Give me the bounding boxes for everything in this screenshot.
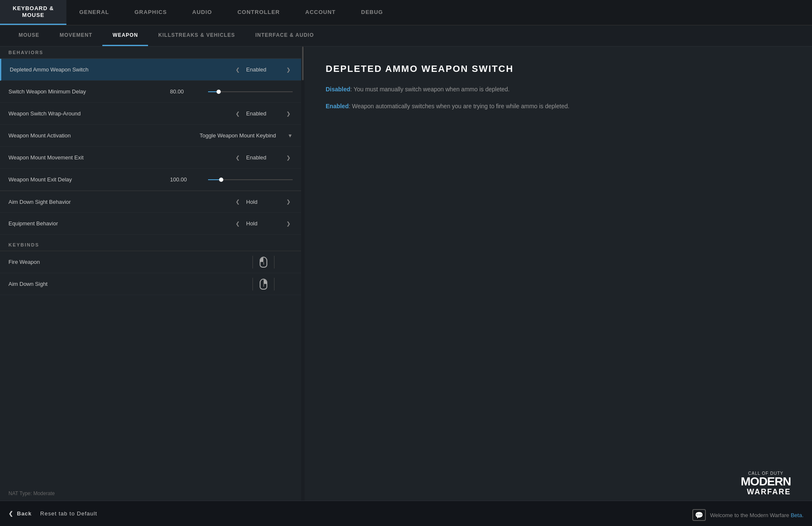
keybind-divider-2 [274, 256, 274, 268]
sub-nav: Mouse Movement Weapon Killstreaks & Vehi… [0, 25, 812, 47]
reset-tab-button[interactable]: Reset tab to Default [40, 510, 97, 517]
welcome-beta: Beta. [791, 512, 804, 518]
keybind-label-fire-weapon: Fire Weapon [8, 259, 250, 265]
keybind-slots-aim-down-sight [250, 277, 293, 292]
subtab-killstreaks[interactable]: Killstreaks & Vehicles [148, 25, 245, 46]
chat-icon[interactable]: 💬 [692, 509, 706, 521]
setting-value-text-weapon-mount-exit-delay: 100.00 [170, 176, 204, 183]
detail-desc-enabled: Enabled: Weapon automatically switches w… [326, 101, 791, 112]
bottom-bar: ❮ Back Reset tab to Default 💬 Welcome to… [0, 501, 812, 526]
setting-value-text-weapon-mount-movement: Enabled [246, 154, 280, 161]
setting-weapon-mount-activation[interactable]: Weapon Mount Activation Toggle Weapon Mo… [0, 125, 301, 147]
detail-text-disabled: : You must manually switch weapon when a… [350, 86, 510, 93]
arrow-right-weapon-mount-movement[interactable]: ❯ [284, 153, 293, 162]
arrow-right-aim-down-sight[interactable]: ❯ [284, 197, 293, 206]
setting-label-weapon-mount-exit-delay: Weapon Mount Exit Delay [8, 176, 170, 183]
chat-area: 💬 Welcome to the Modern Warfare Beta. [692, 509, 804, 521]
main-content: Behaviors Depleted Ammo Weapon Switch ❮ … [0, 47, 812, 501]
arrow-right-weapon-switch-wrap[interactable]: ❯ [284, 110, 293, 118]
setting-switch-weapon-delay[interactable]: Switch Weapon Minimum Delay 80.00 [0, 81, 301, 103]
setting-label-weapon-switch-wrap: Weapon Switch Wrap-Around [8, 110, 233, 117]
setting-equipment-behavior[interactable]: Equipment Behavior ❮ Hold ❯ [0, 213, 301, 235]
subtab-interface-audio[interactable]: Interface & Audio [245, 25, 324, 46]
arrow-right-equipment-behavior[interactable]: ❯ [284, 219, 293, 228]
dropdown-arrow-weapon-mount-activation[interactable]: ▼ [288, 133, 293, 139]
setting-value-text-aim-down-sight: Hold [246, 199, 280, 205]
back-button[interactable]: ❮ Back [8, 510, 32, 517]
tab-keyboard-mouse[interactable]: Keyboard & Mouse [0, 0, 66, 25]
setting-label-weapon-mount-activation: Weapon Mount Activation [8, 132, 200, 139]
subtab-movement[interactable]: Movement [49, 25, 102, 46]
setting-value-aim-down-sight: ❮ Hold ❯ [233, 197, 293, 206]
keybind-slots-fire-weapon [250, 255, 293, 270]
arrow-left-weapon-switch-wrap[interactable]: ❮ [233, 110, 242, 118]
tab-controller[interactable]: Controller [225, 0, 292, 25]
cod-logo-sub: WARFARE [741, 488, 791, 496]
setting-label-equipment-behavior: Equipment Behavior [8, 220, 233, 227]
subtab-weapon[interactable]: Weapon [102, 25, 148, 46]
tab-account[interactable]: Account [293, 0, 348, 25]
slider-switch-weapon-delay[interactable] [208, 91, 293, 92]
arrow-right-depleted-ammo[interactable]: ❯ [284, 66, 293, 74]
keybind-aim-down-sight[interactable]: Aim Down Sight [0, 273, 301, 295]
keybind-slot-aim-down-sight-1[interactable] [256, 277, 271, 292]
tab-audio[interactable]: Audio [180, 0, 225, 25]
setting-value-weapon-mount-movement: ❮ Enabled ❯ [233, 153, 293, 162]
setting-value-text-switch-weapon-delay: 80.00 [170, 88, 204, 95]
detail-panel: Depleted Ammo Weapon Switch Disabled: Yo… [304, 47, 812, 501]
keybinds-section-header: Keybinds [0, 239, 301, 251]
settings-list: Behaviors Depleted Ammo Weapon Switch ❮ … [0, 47, 301, 501]
behaviors-section-header: Behaviors [0, 47, 301, 59]
setting-value-weapon-mount-activation: Toggle Weapon Mount Keybind ▼ [200, 132, 293, 139]
setting-value-switch-weapon-delay: 80.00 [170, 88, 293, 95]
setting-value-text-depleted-ammo: Enabled [246, 66, 280, 73]
subtab-mouse[interactable]: Mouse [8, 25, 49, 46]
cod-logo: CALL OF DUTY MODERN WARFARE [741, 471, 791, 496]
keybind-slot-fire-weapon-2[interactable] [277, 255, 293, 270]
back-label: Back [17, 510, 32, 517]
arrow-left-equipment-behavior[interactable]: ❮ [233, 219, 242, 228]
nat-type: NAT Type: Moderate [8, 490, 55, 496]
top-nav: Keyboard & Mouse General Graphics Audio … [0, 0, 812, 25]
slider-weapon-mount-exit-delay[interactable] [208, 179, 293, 180]
setting-value-text-equipment-behavior: Hold [246, 220, 280, 227]
setting-label-aim-down-sight: Aim Down Sight Behavior [8, 199, 233, 205]
welcome-text: Welcome to the Modern Warfare Beta. [710, 512, 804, 518]
keybind-slot-fire-weapon-1[interactable] [256, 255, 271, 270]
tab-graphics[interactable]: Graphics [122, 0, 180, 25]
arrow-left-aim-down-sight[interactable]: ❮ [233, 197, 242, 206]
setting-label-switch-weapon-delay: Switch Weapon Minimum Delay [8, 88, 170, 95]
setting-aim-down-sight[interactable]: Aim Down Sight Behavior ❮ Hold ❯ [0, 191, 301, 213]
scrollbar-thumb[interactable] [302, 47, 304, 80]
setting-weapon-mount-exit-delay[interactable]: Weapon Mount Exit Delay 100.00 [0, 169, 301, 191]
setting-value-depleted-ammo: ❮ Enabled ❯ [233, 66, 293, 74]
keybind-divider-3 [252, 278, 253, 290]
keybind-fire-weapon[interactable]: Fire Weapon [0, 251, 301, 273]
arrow-left-weapon-mount-movement[interactable]: ❮ [233, 153, 242, 162]
setting-depleted-ammo[interactable]: Depleted Ammo Weapon Switch ❮ Enabled ❯ [0, 59, 301, 81]
setting-weapon-mount-movement[interactable]: Weapon Mount Movement Exit ❮ Enabled ❯ [0, 147, 301, 169]
scrollbar[interactable] [301, 47, 304, 501]
keybind-divider-4 [274, 278, 274, 290]
setting-label-depleted-ammo: Depleted Ammo Weapon Switch [10, 66, 233, 73]
setting-value-weapon-switch-wrap: ❮ Enabled ❯ [233, 110, 293, 118]
keybind-divider-1 [252, 256, 253, 268]
setting-value-text-weapon-switch-wrap: Enabled [246, 110, 280, 117]
detail-label-enabled: Enabled [326, 103, 348, 110]
back-arrow-icon: ❮ [8, 510, 14, 517]
cod-logo-main: MODERN [741, 476, 791, 488]
tab-general[interactable]: General [66, 0, 122, 25]
detail-label-disabled: Disabled [326, 86, 350, 93]
keybind-label-aim-down-sight: Aim Down Sight [8, 281, 250, 287]
left-panel: Behaviors Depleted Ammo Weapon Switch ❮ … [0, 47, 304, 501]
dropdown-value-weapon-mount-activation: Toggle Weapon Mount Keybind [200, 132, 284, 139]
setting-value-weapon-mount-exit-delay: 100.00 [170, 176, 293, 183]
keybind-slot-aim-down-sight-2[interactable] [277, 277, 293, 292]
arrow-left-depleted-ammo[interactable]: ❮ [233, 66, 242, 74]
detail-desc-disabled: Disabled: You must manually switch weapo… [326, 85, 791, 95]
setting-weapon-switch-wrap[interactable]: Weapon Switch Wrap-Around ❮ Enabled ❯ [0, 103, 301, 125]
detail-title: Depleted Ammo Weapon Switch [326, 63, 791, 74]
tab-debug[interactable]: Debug [348, 0, 396, 25]
welcome-label: Welcome to the Modern Warfare [710, 512, 791, 518]
setting-value-equipment-behavior: ❮ Hold ❯ [233, 219, 293, 228]
